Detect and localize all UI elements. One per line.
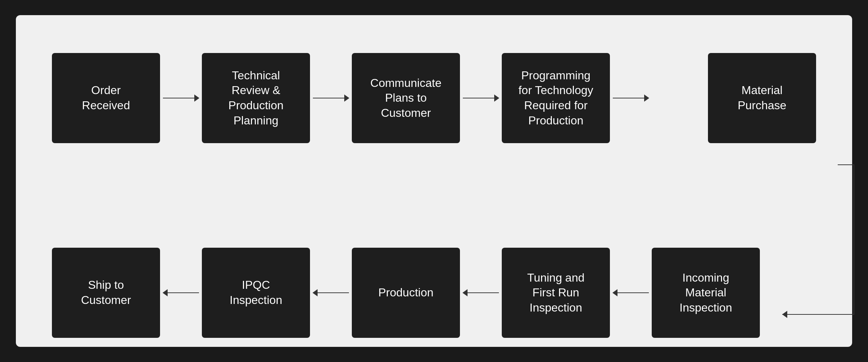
node-incoming-material: Incoming Material Inspection — [652, 248, 760, 338]
node-order-received: Order Received — [52, 53, 160, 143]
row-2: Ship to Customer IPQC Inspection Product… — [52, 246, 816, 340]
node-ship-to-customer: Ship to Customer — [52, 248, 160, 338]
node-tuning-inspection: Tuning and First Run Inspection — [502, 248, 610, 338]
node-programming: Programming for Technology Required for … — [502, 53, 610, 143]
node-material-purchase: Material Purchase — [708, 53, 816, 143]
node-technical-review: Technical Review & Production Planning — [202, 53, 310, 143]
row-1: Order Received Technical Review & Produc… — [52, 51, 816, 145]
node-ipqc-inspection: IPQC Inspection — [202, 248, 310, 338]
node-communicate-plans: Communicate Plans to Customer — [352, 53, 460, 143]
node-production: Production — [352, 248, 460, 338]
flow-diagram: Order Received Technical Review & Produc… — [37, 37, 831, 325]
main-container: Order Received Technical Review & Produc… — [16, 15, 852, 347]
